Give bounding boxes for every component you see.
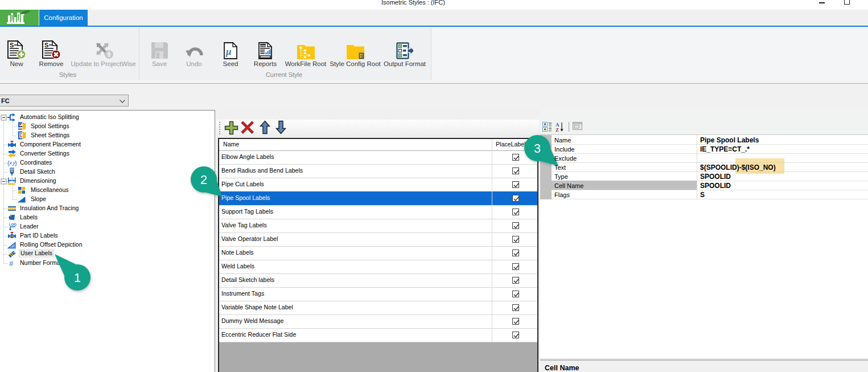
svg-text:A: A: [556, 122, 560, 128]
svg-text:#: #: [9, 259, 14, 268]
svg-text:): ): [15, 160, 17, 166]
svg-text:2: 2: [200, 173, 207, 187]
svg-text:S: S: [44, 42, 48, 48]
svg-text:3: 3: [534, 141, 541, 156]
svg-text:S: S: [10, 42, 14, 48]
svg-text:1: 1: [74, 271, 81, 285]
svg-text:1: 1: [11, 177, 13, 180]
svg-text:8: 8: [11, 170, 13, 173]
svg-text:S: S: [360, 54, 364, 59]
svg-text:μ: μ: [225, 46, 231, 57]
svg-text:LOO: LOO: [9, 223, 17, 226]
